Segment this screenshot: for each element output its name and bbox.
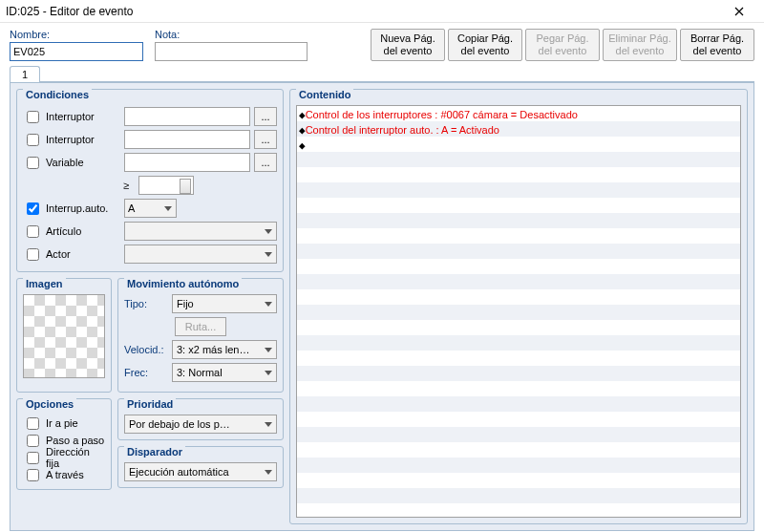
priority-group: Prioridad Por debajo de los p… [117, 398, 284, 440]
variable-select[interactable] [124, 153, 250, 172]
switch2-select[interactable] [124, 130, 250, 149]
movement-freq-dropdown[interactable]: 3: Normal [172, 363, 277, 382]
options-title: Opciones [23, 398, 76, 410]
movement-title: Movimiento autónomo [124, 278, 242, 289]
title-bar: ID:025 - Editor de evento [0, 0, 764, 23]
movement-route-button: Ruta... [175, 317, 226, 336]
diamond-icon: ◆ [299, 109, 306, 121]
dirfix-checkbox[interactable] [27, 452, 39, 464]
selfswitch-label: Interrup.auto. [46, 202, 120, 214]
selfswitch-value: A [128, 202, 135, 214]
item-checkbox[interactable] [27, 225, 39, 238]
selfswitch-dropdown[interactable]: A [124, 199, 177, 218]
image-group: Imagen [16, 278, 112, 393]
movement-speed-dropdown[interactable]: 3: x2 más len… [172, 340, 277, 359]
actor-label: Actor [46, 248, 120, 260]
paste-page-button: Pegar Pág. del evento [525, 29, 600, 61]
movement-freq-label: Frec: [124, 367, 168, 378]
through-checkbox[interactable] [27, 469, 39, 481]
options-group: Opciones Ir a pie Paso a paso Dirección … [16, 398, 112, 490]
content-group: Contenido ◆Control de los interruptores … [289, 89, 748, 524]
through-label: A través [46, 469, 84, 480]
movement-speed-label: Velocid.: [124, 344, 168, 355]
priority-value: Por debajo de los p… [129, 418, 230, 430]
delete-page-button: Eliminar Pág. del evento [603, 29, 677, 61]
diamond-icon: ◆ [299, 139, 306, 152]
image-title: Imagen [23, 278, 66, 289]
window-title: ID:025 - Editor de evento [6, 5, 720, 18]
content-line[interactable]: ◆Control de los interruptores : #0067 cá… [299, 107, 738, 122]
variable-label: Variable [46, 157, 120, 168]
trigger-title: Disparador [124, 446, 185, 458]
note-field-group: Nota: [155, 29, 308, 61]
walk-checkbox[interactable] [27, 417, 39, 430]
content-line[interactable]: ◆Control del interruptor auto. : A = Act… [299, 122, 738, 138]
item-dropdown[interactable] [124, 222, 277, 241]
trigger-dropdown[interactable]: Ejecución automática [124, 462, 277, 481]
clear-page-button[interactable]: Borrar Pág. del evento [680, 29, 754, 61]
movement-speed-value: 3: x2 más len… [177, 344, 249, 355]
switch1-checkbox[interactable] [27, 111, 39, 123]
step-checkbox[interactable] [27, 435, 39, 447]
priority-title: Prioridad [124, 398, 176, 410]
variable-value-spinner[interactable] [138, 176, 194, 195]
name-input[interactable] [10, 42, 143, 61]
variable-ellipsis[interactable]: ... [254, 153, 277, 172]
content-line-text: Control de los interruptores : #0067 cám… [306, 109, 578, 120]
tab-1[interactable]: 1 [10, 66, 40, 82]
walk-label: Ir a pie [46, 417, 78, 429]
top-row: Nombre: Nota: Nueva Pág. del evento Copi… [0, 23, 764, 63]
diamond-icon: ◆ [299, 124, 306, 137]
trigger-group: Disparador Ejecución automática [117, 446, 284, 488]
content-list[interactable]: ◆Control de los interruptores : #0067 cá… [296, 105, 741, 518]
actor-dropdown[interactable] [124, 245, 277, 264]
name-label: Nombre: [10, 29, 143, 40]
movement-freq-value: 3: Normal [177, 367, 223, 378]
priority-dropdown[interactable]: Por debajo de los p… [124, 415, 277, 434]
movement-type-value: Fijo [177, 298, 194, 309]
conditions-group: Condiciones Interruptor ... Interruptor … [16, 89, 284, 272]
switch2-ellipsis[interactable]: ... [254, 130, 277, 149]
image-picker[interactable] [23, 294, 105, 378]
trigger-value: Ejecución automática [129, 466, 229, 478]
close-icon [734, 7, 744, 16]
switch1-select[interactable] [124, 107, 250, 126]
selfswitch-checkbox[interactable] [27, 202, 39, 215]
switch2-checkbox[interactable] [27, 134, 39, 146]
content-line[interactable]: ◆ [299, 138, 738, 153]
movement-group: Movimiento autónomo Tipo: Fijo Ruta... V… [117, 278, 284, 393]
geq-label: ≥ [117, 180, 135, 191]
variable-checkbox[interactable] [27, 157, 39, 169]
main-panel: Condiciones Interruptor ... Interruptor … [10, 82, 754, 531]
switch2-label: Interruptor [46, 134, 120, 145]
new-page-button[interactable]: Nueva Pág. del evento [371, 29, 445, 61]
movement-type-dropdown[interactable]: Fijo [172, 294, 277, 313]
switch1-label: Interruptor [46, 111, 120, 122]
dirfix-label: Dirección fija [46, 446, 105, 469]
step-label: Paso a paso [46, 435, 104, 446]
page-buttons: Nueva Pág. del evento Copiar Pág. del ev… [371, 29, 754, 61]
conditions-title: Condiciones [23, 89, 92, 100]
copy-page-button[interactable]: Copiar Pág. del evento [448, 29, 522, 61]
close-button[interactable] [720, 1, 758, 22]
movement-type-label: Tipo: [124, 298, 168, 309]
left-column: Condiciones Interruptor ... Interruptor … [16, 89, 284, 524]
name-field-group: Nombre: [10, 29, 143, 61]
note-input[interactable] [155, 42, 308, 61]
tab-strip: 1 [10, 65, 754, 82]
item-label: Artículo [46, 225, 120, 237]
content-title: Contenido [296, 89, 353, 100]
actor-checkbox[interactable] [27, 248, 39, 261]
switch1-ellipsis[interactable]: ... [254, 107, 277, 126]
note-label: Nota: [155, 29, 308, 40]
content-line-text: Control del interruptor auto. : A = Acti… [306, 124, 499, 136]
